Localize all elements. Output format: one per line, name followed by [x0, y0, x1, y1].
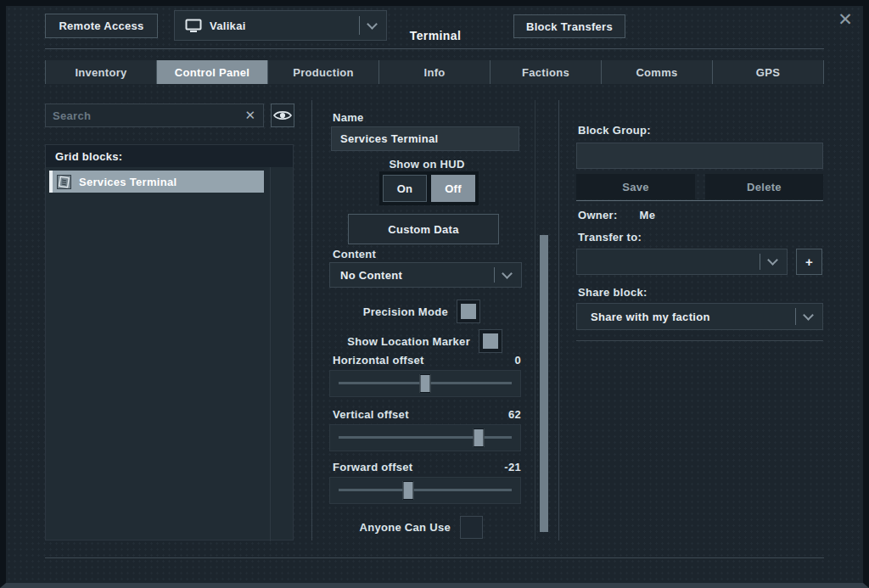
block-group-label: Block Group:: [578, 124, 651, 137]
hud-on-button[interactable]: On: [383, 175, 427, 202]
precision-mode-label: Precision Mode: [363, 305, 448, 318]
save-delete-underline: [576, 200, 823, 201]
add-transfer-target-button[interactable]: +: [796, 249, 822, 275]
slider-track[interactable]: [339, 382, 512, 384]
tab-info[interactable]: Info: [378, 60, 490, 84]
forward-offset-slider: [329, 477, 521, 504]
middle-scrollbar-thumb[interactable]: [540, 235, 548, 532]
vertical-offset-labels: Vertical offset 62: [333, 408, 521, 421]
show-on-hud-toggle: On Off: [379, 171, 479, 205]
tab-gps[interactable]: GPS: [712, 60, 823, 84]
slider-track[interactable]: [339, 436, 512, 439]
content-label: Content: [333, 248, 376, 260]
list-item-label: Services Terminal: [79, 176, 177, 188]
grid-selector-dropdown[interactable]: Valikai: [174, 10, 387, 41]
show-location-marker-checkbox[interactable]: [479, 330, 502, 352]
name-field[interactable]: [332, 132, 519, 145]
delete-button[interactable]: Delete: [705, 174, 823, 199]
left-middle-divider: [311, 100, 312, 540]
vertical-offset-label: Vertical offset: [333, 408, 409, 421]
owner-value: Me: [640, 209, 656, 221]
grid-selector-value: Valikai: [210, 20, 246, 32]
owner-label: Owner:: [578, 209, 618, 221]
terminal-window: Remote Access Valikai Terminal Block Tra…: [0, 0, 869, 588]
grid-blocks-panel: Grid blocks: Services Terminal: [45, 144, 294, 540]
show-on-hud-label: Show on HUD: [331, 158, 523, 171]
anyone-can-use-label: Anyone Can Use: [359, 521, 451, 534]
tab-comms[interactable]: Comms: [601, 60, 712, 84]
grid-blocks-header: Grid blocks:: [46, 145, 293, 167]
block-group-field[interactable]: [577, 149, 822, 162]
horizontal-offset-labels: Horizontal offset 0: [333, 354, 521, 367]
share-section-divider: [576, 340, 823, 341]
vertical-offset-slider: [329, 424, 521, 451]
chevron-down-icon: [760, 249, 787, 274]
page-title: Terminal: [376, 29, 495, 42]
monitor-icon: [185, 19, 202, 33]
forward-offset-label: Forward offset: [333, 461, 412, 473]
search-input[interactable]: [46, 109, 237, 122]
name-label: Name: [333, 111, 364, 124]
precision-mode-checkbox[interactable]: [457, 300, 479, 322]
footer-divider: [45, 557, 824, 558]
block-transfers-button[interactable]: Block Transfers: [513, 14, 625, 38]
content-dropdown-value: No Content: [340, 269, 402, 282]
middle-scrollbar-track[interactable]: [535, 100, 535, 540]
middle-right-divider: [558, 100, 559, 540]
horizontal-offset-handle[interactable]: [420, 374, 431, 393]
chevron-down-icon: [494, 263, 521, 287]
precision-mode-row: Precision Mode: [331, 300, 523, 322]
custom-data-button[interactable]: Custom Data: [348, 214, 499, 244]
save-button[interactable]: Save: [576, 174, 695, 199]
block-group-field-box: [576, 143, 823, 169]
tab-factions[interactable]: Factions: [490, 60, 601, 84]
eye-icon: [273, 109, 292, 121]
chevron-down-icon: [795, 304, 822, 329]
list-scrollbar[interactable]: [270, 167, 271, 541]
name-field-box: [331, 126, 519, 151]
horizontal-offset-value: 0: [514, 354, 521, 367]
show-hidden-blocks-button[interactable]: [271, 104, 294, 127]
tab-production[interactable]: Production: [267, 60, 378, 84]
horizontal-offset-slider: [329, 370, 521, 397]
content-dropdown[interactable]: No Content: [329, 262, 522, 288]
tab-inventory[interactable]: Inventory: [45, 60, 156, 84]
tab-bar: Inventory Control Panel Production Info …: [45, 60, 824, 84]
hud-off-button[interactable]: Off: [431, 175, 475, 202]
list-item-services-terminal[interactable]: Services Terminal: [49, 171, 264, 193]
close-icon[interactable]: ✕: [833, 8, 857, 31]
clear-search-icon[interactable]: ✕: [237, 108, 263, 123]
topbar-divider: [45, 48, 824, 49]
terminal-block-icon: [57, 175, 71, 189]
share-block-value: Share with my faction: [591, 311, 710, 323]
vertical-offset-handle[interactable]: [474, 428, 485, 447]
tab-control-panel[interactable]: Control Panel: [156, 60, 267, 84]
horizontal-offset-label: Horizontal offset: [333, 354, 424, 367]
show-location-marker-row: Show Location Marker: [331, 330, 523, 352]
transfer-to-dropdown[interactable]: [576, 249, 788, 275]
search-box: ✕: [45, 104, 264, 127]
share-block-dropdown[interactable]: Share with my faction: [576, 303, 823, 330]
forward-offset-labels: Forward offset -21: [333, 461, 521, 473]
anyone-can-use-checkbox[interactable]: [460, 516, 483, 539]
forward-offset-value: -21: [504, 461, 521, 473]
remote-access-button[interactable]: Remote Access: [45, 14, 158, 38]
anyone-can-use-row: Anyone Can Use: [331, 516, 523, 539]
vertical-offset-value: 62: [508, 408, 521, 421]
slider-track[interactable]: [339, 489, 512, 491]
owner-row: Owner: Me: [578, 209, 655, 221]
forward-offset-handle[interactable]: [402, 481, 413, 500]
show-location-marker-label: Show Location Marker: [347, 335, 470, 348]
transfer-to-label: Transfer to:: [578, 231, 642, 244]
share-block-label: Share block:: [578, 286, 648, 299]
